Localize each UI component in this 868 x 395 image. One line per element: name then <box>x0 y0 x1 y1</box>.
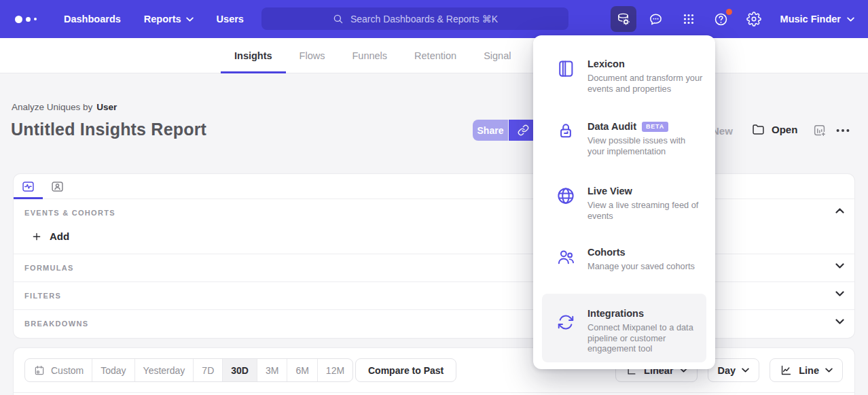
data-management-menu: Lexicon Document and transform your even… <box>533 35 715 369</box>
report-tab-bar: Insights Flows Funnels Retention Signal … <box>0 38 868 73</box>
data-management-icon[interactable] <box>611 6 636 32</box>
open-report-button[interactable]: Open <box>751 122 797 137</box>
share-button[interactable]: Share <box>473 120 508 141</box>
share-split-button: Share <box>473 120 538 141</box>
add-event-button[interactable]: Add <box>31 230 69 242</box>
nav-item-users[interactable]: Users <box>217 14 244 24</box>
menu-item-live-view[interactable]: Live View View a live streaming feed of … <box>533 186 715 245</box>
menu-item-lexicon[interactable]: Lexicon Document and transform your even… <box>533 58 715 120</box>
primary-nav: Dashboards Reports Users <box>64 14 244 24</box>
chevron-down-icon[interactable] <box>835 291 844 296</box>
chevron-down-icon <box>742 368 749 373</box>
menu-item-data-audit[interactable]: Data Audit BETA View possible issues wit… <box>533 121 715 184</box>
data-audit-lock-icon <box>556 121 576 141</box>
nav-item-reports[interactable]: Reports <box>144 14 194 24</box>
search-icon <box>332 13 344 25</box>
integrations-sync-icon <box>556 312 576 332</box>
date-range-segmented-control: Custom Today Yesterday 7D 30D 3M 6M 12M <box>24 358 353 382</box>
chart-toolbar: Custom Today Yesterday 7D 30D 3M 6M 12M … <box>14 348 854 393</box>
app-window: Dashboards Reports Users Search Dashboar… <box>0 0 868 395</box>
date-range-custom[interactable]: Custom <box>25 359 92 381</box>
add-to-board-icon[interactable] <box>812 123 827 138</box>
mixpanel-logo-icon[interactable] <box>15 16 46 23</box>
events-cohorts-label: EVENTS & COHORTS <box>24 209 115 217</box>
chart-type-dropdown[interactable]: Line <box>770 358 843 382</box>
add-label: Add <box>50 230 69 242</box>
folder-icon <box>751 122 765 137</box>
feedback-chat-icon[interactable] <box>643 6 669 32</box>
chart-toolbar-card: Custom Today Yesterday 7D 30D 3M 6M 12M … <box>14 348 854 395</box>
menu-item-integrations[interactable]: Integrations Connect Mixpanel to a data … <box>533 308 715 371</box>
analyze-uniques-selector[interactable]: Analyze Uniques byUser <box>12 102 117 112</box>
search-input[interactable]: Search Dashboards & Reports ⌘K <box>261 7 568 30</box>
open-label: Open <box>772 124 797 135</box>
filters-section[interactable]: FILTERS <box>14 281 854 309</box>
cohorts-people-icon <box>556 247 576 267</box>
help-icon[interactable] <box>708 6 734 32</box>
date-range-7d[interactable]: 7D <box>194 359 223 381</box>
line-chart-icon <box>780 364 793 377</box>
nav-item-dashboards[interactable]: Dashboards <box>64 14 121 24</box>
tab-signal[interactable]: Signal <box>470 38 524 73</box>
query-builder-card: EVENTS & COHORTS Add FORMULAS FILTERS BR… <box>14 174 854 338</box>
date-range-today[interactable]: Today <box>92 359 134 381</box>
date-range-6m[interactable]: 6M <box>287 359 317 381</box>
tab-funnels[interactable]: Funnels <box>338 38 401 73</box>
report-tabs: Insights Flows Funnels Retention Signal … <box>221 38 581 73</box>
date-range-30d[interactable]: 30D <box>223 359 257 381</box>
events-cohorts-section: EVENTS & COHORTS Add <box>14 199 854 254</box>
top-navigation-bar: Dashboards Reports Users Search Dashboar… <box>0 0 868 38</box>
project-name: Music Finder <box>780 14 841 24</box>
breakdowns-label: BREAKDOWNS <box>24 320 88 328</box>
pulse-chart-icon <box>20 179 36 194</box>
date-range-3m[interactable]: 3M <box>257 359 287 381</box>
plus-icon <box>31 231 42 242</box>
settings-gear-icon[interactable] <box>741 6 767 32</box>
formulas-section[interactable]: FORMULAS <box>14 254 854 281</box>
more-options-icon[interactable] <box>835 124 851 137</box>
calendar-icon <box>33 364 46 377</box>
date-range-yesterday[interactable]: Yesterday <box>135 359 194 381</box>
date-range-12m[interactable]: 12M <box>318 359 352 381</box>
breakdowns-section[interactable]: BREAKDOWNS <box>14 309 854 337</box>
project-switcher[interactable]: Music Finder <box>780 14 854 24</box>
lexicon-book-icon <box>556 58 576 79</box>
user-card-icon <box>50 179 65 194</box>
notification-dot <box>726 9 732 15</box>
search-placeholder: Search Dashboards & Reports ⌘K <box>350 14 498 24</box>
analyze-value: User <box>96 102 117 112</box>
report-title[interactable]: Untitled Insights Report <box>11 120 206 139</box>
link-icon <box>518 124 529 136</box>
topnav-right-group: Music Finder <box>611 0 868 38</box>
chevron-down-icon <box>825 368 833 373</box>
compare-to-past-button[interactable]: Compare to Past <box>355 358 456 382</box>
interval-dropdown[interactable]: Day <box>708 358 760 382</box>
tab-flows[interactable]: Flows <box>286 38 339 73</box>
profiles-tab[interactable] <box>43 174 72 199</box>
formulas-label: FORMULAS <box>24 264 74 272</box>
live-view-globe-icon <box>556 186 576 206</box>
menu-item-cohorts[interactable]: Cohorts Manage your saved cohorts <box>533 247 715 290</box>
filters-label: FILTERS <box>24 292 61 300</box>
chevron-up-icon[interactable] <box>835 208 844 213</box>
tab-retention[interactable]: Retention <box>401 38 470 73</box>
chevron-down-icon <box>186 17 194 22</box>
builder-view-tabs <box>14 174 854 199</box>
chevron-down-icon <box>847 17 854 22</box>
apps-grid-icon[interactable] <box>676 6 702 32</box>
chevron-down-icon[interactable] <box>835 319 844 324</box>
chevron-down-icon[interactable] <box>835 263 844 269</box>
tab-insights[interactable]: Insights <box>221 38 286 73</box>
insights-chart-tab[interactable] <box>14 174 43 199</box>
beta-badge: BETA <box>642 122 668 132</box>
